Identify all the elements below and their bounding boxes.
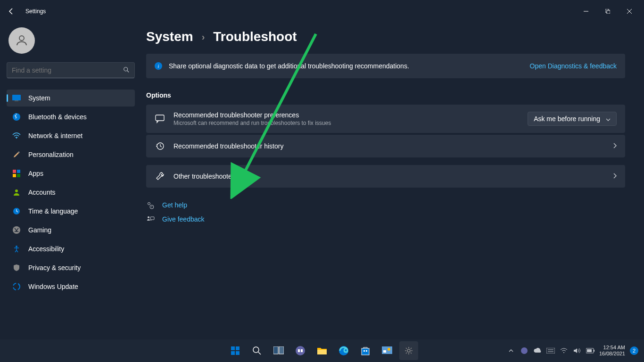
svg-rect-14 [13,174,16,177]
avatar[interactable] [8,27,35,54]
start-button[interactable] [226,341,245,360]
svg-rect-44 [383,350,386,353]
sidebar-item-accounts[interactable]: Accounts [7,184,135,201]
svg-point-20 [13,283,20,290]
minimize-button[interactable] [575,4,597,19]
svg-rect-48 [546,348,555,354]
sidebar-item-bluetooth[interactable]: Bluetooth & devices [7,108,135,125]
card-history[interactable]: Recommended troubleshooter history [146,135,625,157]
card-other-troubleshooters[interactable]: Other troubleshooters [146,165,625,188]
content-area: System › Troubleshoot i Share optional d… [141,23,644,339]
diagnostics-banner: i Share optional diagnostic data to get … [146,54,625,78]
svg-line-34 [258,352,261,354]
svg-rect-2 [607,10,610,14]
wifi-icon [12,132,21,140]
svg-rect-36 [279,346,284,354]
footer-links: ? Get help Give feedback [146,201,625,223]
feedback-icon [146,215,155,223]
page-title: Troubleshoot [213,29,297,44]
svg-point-51 [563,352,564,353]
clock[interactable]: 12:54 AM 16/08/2021 [599,345,625,357]
close-button[interactable] [619,4,640,19]
volume-tray-icon[interactable] [573,346,581,355]
store-button[interactable] [356,341,375,360]
nav-label: Gaming [28,226,51,234]
svg-point-47 [521,347,528,354]
svg-line-7 [127,70,129,72]
nav-label: Accessibility [28,245,64,253]
battery-tray-icon[interactable] [586,346,594,355]
chevron-down-icon [606,115,611,123]
section-title: Options [146,91,625,99]
clock-time: 12:54 AM [599,345,625,351]
diagnostics-link[interactable]: Open Diagnostics & feedback [530,62,617,70]
clock-date: 16/08/2021 [599,351,625,357]
settings-button[interactable] [399,341,418,360]
nav-label: Accounts [28,189,56,196]
chevron-right-icon [613,142,617,150]
taskbar: 12:54 AM 16/08/2021 2 [0,339,644,362]
sidebar-item-personalization[interactable]: Personalization [7,146,135,163]
app-button[interactable] [378,341,396,360]
card-title: Recommended troubleshooter preferences [173,111,528,119]
sidebar-item-network[interactable]: Network & internet [7,127,135,144]
search-field[interactable] [12,66,123,74]
sidebar-item-gaming[interactable]: Gaming [7,222,135,239]
svg-rect-38 [317,350,327,354]
svg-rect-13 [17,170,20,173]
search-input[interactable] [7,62,135,78]
svg-point-33 [253,347,259,353]
tray-overflow-icon[interactable] [507,346,515,355]
sidebar: System Bluetooth & devices Network & int… [0,23,141,339]
onedrive-tray-icon[interactable] [533,346,542,355]
svg-rect-53 [594,350,594,352]
card-title: Other troubleshooters [173,173,613,180]
update-icon [12,282,21,291]
chat-button[interactable] [291,341,310,360]
svg-rect-35 [273,346,278,354]
svg-point-18 [13,226,20,234]
get-help-link[interactable]: ? Get help [146,201,625,209]
sidebar-item-time[interactable]: Time & language [7,203,135,220]
keyboard-tray-icon[interactable] [546,346,555,355]
sidebar-item-apps[interactable]: Apps [7,165,135,182]
task-view-button[interactable] [269,341,288,360]
nav-label: Apps [28,170,43,177]
preferences-dropdown[interactable]: Ask me before running [528,112,617,126]
nav-label: Network & internet [28,132,83,140]
wrench-icon [155,172,165,181]
nav-label: Windows Update [28,283,78,290]
breadcrumb-parent[interactable]: System [146,29,193,44]
search-button[interactable] [248,341,266,360]
back-button[interactable] [4,4,19,19]
apps-icon [12,169,21,178]
teams-tray-icon[interactable] [520,346,528,355]
window-controls [575,4,640,19]
title-bar: Settings [0,0,644,23]
svg-rect-9 [15,100,18,101]
svg-rect-29 [231,346,235,350]
card-preferences[interactable]: Recommended troubleshooter preferences M… [146,105,625,133]
svg-rect-32 [236,351,239,355]
sidebar-item-accessibility[interactable]: Accessibility [7,240,135,257]
wifi-tray-icon[interactable] [560,346,568,355]
search-icon [123,66,130,74]
nav-label: System [28,94,50,102]
svg-rect-54 [587,349,592,352]
card-subtitle: Microsoft can recommend and run troubles… [173,120,528,126]
breadcrumb: System › Troubleshoot [146,29,625,44]
sidebar-item-update[interactable]: Windows Update [7,278,135,295]
sidebar-item-privacy[interactable]: Privacy & security [7,259,135,276]
notification-badge[interactable]: 2 [630,346,638,355]
svg-rect-12 [13,170,16,173]
svg-rect-41 [363,350,365,352]
chat-icon [155,114,165,123]
svg-point-16 [15,189,18,192]
maximize-button[interactable] [597,4,619,19]
explorer-button[interactable] [313,341,331,360]
sidebar-item-system[interactable]: System [7,90,135,107]
svg-point-45 [388,348,390,351]
clock-icon [12,207,21,215]
give-feedback-link[interactable]: Give feedback [146,215,625,223]
edge-button[interactable] [334,341,353,360]
